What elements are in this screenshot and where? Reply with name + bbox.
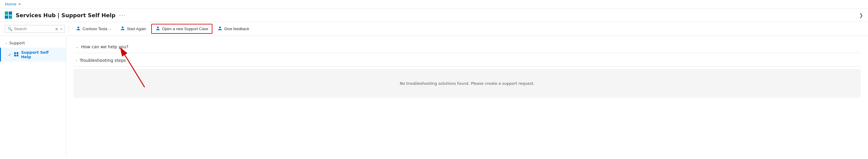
no-solutions-message: No troubleshooting solutions found. Plea… xyxy=(400,81,535,86)
open-support-case-button[interactable]: Open a new Support Case xyxy=(151,24,212,34)
services-hub-logo-icon xyxy=(5,11,12,19)
start-again-label: Start Again xyxy=(127,27,146,31)
sidebar-section-support: ⌄ Support xyxy=(0,38,66,48)
svg-rect-0 xyxy=(5,11,8,15)
search-clear-button[interactable]: × xyxy=(55,27,58,31)
troubleshooting-chevron-icon: › xyxy=(76,58,77,62)
toolbar: 🔍 × « Contoso Tesla ⌄ Start Again Open a… xyxy=(0,22,868,36)
contoso-chevron-icon: ⌄ xyxy=(109,27,112,31)
sidebar-item-icon xyxy=(14,52,19,58)
sidebar-section-label: Support xyxy=(9,41,25,45)
breadcrumb-home[interactable]: Home xyxy=(5,2,16,6)
app-header: Services Hub | Support Self Help ··· ❯ xyxy=(0,8,868,22)
svg-rect-3 xyxy=(9,16,12,19)
header-more-button[interactable]: ··· xyxy=(119,12,126,19)
header-chevron-icon[interactable]: ❯ xyxy=(859,12,863,18)
how-can-we-help-chevron-icon: ⌄ xyxy=(76,45,79,49)
troubleshooting-steps-label: Troubleshooting steps xyxy=(80,58,126,63)
main-layout: ⌄ Support ✓ Support Self Help xyxy=(0,36,868,157)
toolbar-divider-1 xyxy=(69,25,69,33)
how-can-we-help-label: How can we help you? xyxy=(81,44,128,49)
accordion-how-can-we-help: ⌄ How can we help you? xyxy=(73,41,861,53)
feedback-icon xyxy=(218,26,222,32)
svg-rect-5 xyxy=(17,52,19,54)
search-icon[interactable]: 🔍 xyxy=(7,27,12,31)
accordion-troubleshooting-steps: › Troubleshooting steps xyxy=(73,54,861,67)
breadcrumb-separator: > xyxy=(18,2,21,6)
page-title: Services Hub | Support Self Help xyxy=(16,12,115,19)
svg-rect-4 xyxy=(14,52,16,54)
svg-rect-1 xyxy=(9,11,12,15)
breadcrumb: Home > xyxy=(0,0,868,8)
sidebar-section-chevron: ⌄ xyxy=(5,41,7,45)
give-feedback-button[interactable]: Give feedback xyxy=(214,24,253,33)
sidebar: ⌄ Support ✓ Support Self Help xyxy=(0,36,66,157)
no-solutions-panel: No troubleshooting solutions found. Plea… xyxy=(73,69,861,98)
start-again-icon xyxy=(120,26,125,32)
give-feedback-label: Give feedback xyxy=(224,27,249,31)
search-input[interactable] xyxy=(14,27,53,31)
sidebar-item-label: Support Self Help xyxy=(21,50,59,59)
contoso-dropdown-button[interactable]: Contoso Tesla ⌄ xyxy=(72,24,115,33)
svg-rect-7 xyxy=(17,55,19,56)
svg-rect-2 xyxy=(5,16,8,19)
sidebar-item-checkmark: ✓ xyxy=(8,53,11,57)
accordion-header-how-can-we-help[interactable]: ⌄ How can we help you? xyxy=(73,41,861,53)
svg-rect-6 xyxy=(14,55,16,56)
accordion-header-troubleshooting-steps[interactable]: › Troubleshooting steps xyxy=(73,54,861,67)
start-again-button[interactable]: Start Again xyxy=(116,24,150,33)
search-box: 🔍 × « xyxy=(5,25,65,33)
sidebar-item-support-self-help[interactable]: ✓ Support Self Help xyxy=(0,48,66,61)
open-case-icon xyxy=(155,26,160,32)
search-collapse-button[interactable]: « xyxy=(60,27,62,31)
contoso-label: Contoso Tesla xyxy=(83,27,107,31)
main-content: ⌄ How can we help you? › Troubleshooting… xyxy=(66,36,868,157)
open-case-label: Open a new Support Case xyxy=(162,27,208,31)
contoso-person-icon xyxy=(76,26,81,32)
